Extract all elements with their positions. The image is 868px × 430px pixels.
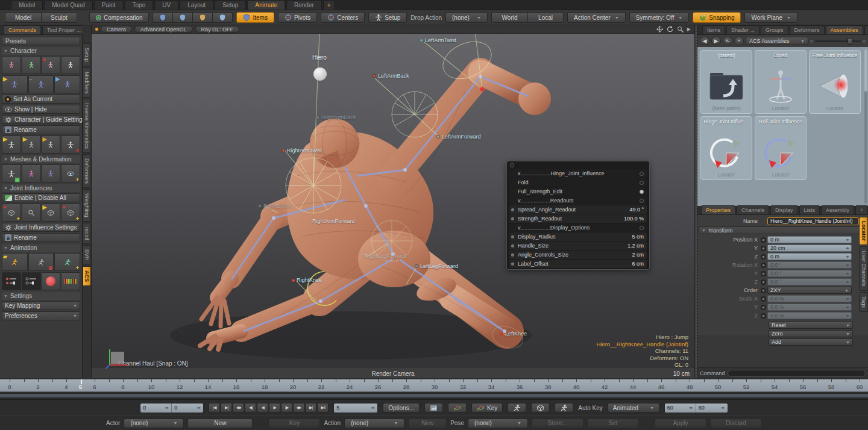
- shading-mode-button[interactable]: Advanced OpenGL: [134, 26, 193, 33]
- discard-pose-button[interactable]: Discard: [710, 419, 762, 428]
- world-button[interactable]: World: [491, 12, 527, 23]
- character-green-icon[interactable]: [22, 56, 41, 74]
- hud-row-fold[interactable]: Fold: [509, 178, 647, 187]
- action-center-dropdown[interactable]: Action Center▼: [567, 12, 626, 23]
- hud-row-vreadouts[interactable]: v....................Readouts: [509, 196, 647, 205]
- step-back-button[interactable]: ◀|: [245, 403, 256, 413]
- play-forward-button[interactable]: ▶: [269, 403, 280, 413]
- rp-tab-assemblies[interactable]: Assemblies: [826, 25, 863, 34]
- transform-value-field[interactable]: 0.0 %◂▸: [767, 295, 852, 302]
- weight-mesh-icon[interactable]: [22, 164, 41, 182]
- frame-number-36[interactable]: 36: [514, 384, 526, 390]
- prev-keyframe-button[interactable]: ◀●: [233, 403, 244, 413]
- frame-number-32[interactable]: 32: [457, 384, 469, 390]
- hud-row-strength-readout[interactable]: Strength_Readout100.0 %: [509, 214, 647, 223]
- frame-number-22[interactable]: 22: [315, 384, 327, 390]
- item-name-field[interactable]: Hiero__RightKnee_Handle (JointInf): [767, 217, 859, 225]
- zoom-icon[interactable]: [677, 26, 684, 33]
- action-dropdown[interactable]: (none)▼: [344, 419, 404, 428]
- hud-row-spread-angle-readout[interactable]: Spread_Angle_Readout49.0 °: [509, 205, 647, 214]
- rp-tab-groups[interactable]: Groups: [761, 25, 788, 34]
- hiero-root-label[interactable]: Hiero: [312, 54, 327, 61]
- frame-number-30[interactable]: 30: [429, 384, 441, 390]
- rp-tab-item[interactable]: +: [864, 25, 868, 34]
- hud-row-vdisplay-options[interactable]: v....................Display_Options: [509, 223, 647, 232]
- joint-handle-dot[interactable]: [373, 74, 376, 78]
- rig-label-leftarmtwist[interactable]: LeftArmTwist: [420, 37, 456, 43]
- character-section-header[interactable]: ▼Character: [2, 47, 80, 55]
- 3d-viewport[interactable]: Camera Advanced OpenGL Ray GL: OFF ▶: [92, 25, 694, 378]
- deform-mesh-icon[interactable]: [42, 164, 61, 182]
- frame-number-48[interactable]: 48: [684, 384, 696, 390]
- order-dropdown[interactable]: ZXY▼: [767, 287, 852, 294]
- channel-slider-icon-1[interactable]: [2, 272, 21, 290]
- up-folder-button[interactable]: ⬑: [723, 37, 732, 45]
- hud-radio-icon[interactable]: [640, 181, 644, 185]
- hud-row-full-strength-edit[interactable]: Full_Strength_Edit: [509, 187, 647, 196]
- rename-joint-button[interactable]: aRename: [2, 233, 80, 242]
- rename-character-button[interactable]: aRename: [2, 125, 80, 134]
- add-animation-icon[interactable]: +: [54, 253, 80, 271]
- frame-number-14[interactable]: 14: [202, 384, 214, 390]
- import-character-icon[interactable]: ▶: [2, 75, 28, 93]
- character-guide-settings-button[interactable]: Character | Guide Settings: [2, 115, 80, 124]
- menu-tab-layout[interactable]: Layout: [180, 0, 213, 10]
- frame-number-24[interactable]: 24: [344, 384, 356, 390]
- prop-tab-assembly[interactable]: Assembly: [821, 205, 854, 214]
- rig-label-leftarmback[interactable]: LeftArmBack: [373, 73, 409, 79]
- hud-radio-icon[interactable]: [640, 199, 644, 203]
- frame-number-50[interactable]: 50: [712, 384, 724, 390]
- menu-tab-model-quad[interactable]: Model Quad: [44, 0, 92, 10]
- rp-tab-items[interactable]: Items: [702, 25, 725, 34]
- hud-radio-icon[interactable]: [640, 190, 644, 194]
- add-dropdown[interactable]: Add▼: [769, 338, 853, 346]
- playback-options-button[interactable]: Options...: [383, 403, 420, 413]
- meshes-section-header[interactable]: ▼Meshes & Deformation: [2, 155, 80, 163]
- pivots-button[interactable]: Pivots: [278, 12, 317, 23]
- level-meter-icon[interactable]: [61, 272, 80, 290]
- frame-number-2[interactable]: 2: [32, 384, 44, 390]
- play-reverse-button[interactable]: ◀: [257, 403, 268, 413]
- side-tab-inverse-kinematics[interactable]: Inverse Kinematics: [83, 99, 91, 153]
- show-hide-button[interactable]: Show | Hide: [2, 105, 80, 114]
- local-button[interactable]: Local: [527, 12, 564, 23]
- add-joint-influence-icon[interactable]: ●+: [2, 204, 21, 222]
- inspect-joint-influence-icon[interactable]: [22, 204, 41, 222]
- current-end-field[interactable]: 60◂▸: [665, 404, 696, 413]
- actor-dropdown[interactable]: (none)▼: [124, 419, 184, 428]
- set-as-current-button[interactable]: Set As Current: [2, 95, 80, 104]
- add-eye-icon[interactable]: +: [61, 164, 80, 182]
- viewport-flyout-icon[interactable]: ▶: [687, 26, 691, 32]
- channel-slider-icon-2[interactable]: [22, 272, 41, 290]
- frame-number-40[interactable]: 40: [570, 384, 582, 390]
- frame-number-20[interactable]: 20: [287, 384, 299, 390]
- snapping-button[interactable]: Snapping: [693, 12, 741, 23]
- preferences-dropdown[interactable]: Preferences▼: [2, 311, 80, 320]
- symmetry-dropdown[interactable]: Symmetry: Off▼: [629, 12, 690, 23]
- left-tab-tool-proper[interactable]: Tool Proper ...: [42, 25, 86, 34]
- command-input[interactable]: [728, 370, 866, 377]
- camera-view-button[interactable]: Camera: [101, 26, 132, 33]
- assembly-card-roll-joint[interactable]: Roll Joint Influence Locator: [755, 116, 807, 180]
- assembly-card-biped[interactable]: Biped Locator: [755, 50, 807, 114]
- menu-tab-paint[interactable]: Paint: [94, 0, 124, 10]
- hud-row-display-radius[interactable]: Display_Radius5 cm: [509, 232, 647, 241]
- transform-section-header[interactable]: ▼Transform: [699, 226, 867, 234]
- menu-tab-uv[interactable]: UV: [154, 0, 178, 10]
- menu-tab-setup[interactable]: Setup: [215, 0, 246, 10]
- frame-number-16[interactable]: 16: [230, 384, 242, 390]
- transform-value-field[interactable]: 0 m◂▸: [767, 236, 852, 243]
- frame-number-8[interactable]: 8: [117, 384, 129, 390]
- elbow-red-dot[interactable]: [480, 87, 485, 92]
- rig-label-rightarmforward[interactable]: RightArmForward: [312, 218, 355, 224]
- export-character-icon[interactable]: ▶: [54, 75, 80, 93]
- hud-row-label-offset[interactable]: Label_Offset6 cm: [509, 260, 647, 268]
- channel-toggle-icon[interactable]: [761, 246, 766, 251]
- current-start-field[interactable]: 0◂▸: [172, 404, 203, 413]
- hud-row-xhinge-joint-influence[interactable]: x....................Hinge_Joint_Influen…: [509, 169, 647, 178]
- hiero-root-sphere[interactable]: [313, 67, 327, 81]
- thumbnail-size-slider[interactable]: [810, 37, 866, 45]
- transform-value-field[interactable]: 0.0 °◂▸: [767, 261, 852, 269]
- curve-edit-button[interactable]: [448, 403, 467, 413]
- reset-dropdown[interactable]: Reset▼: [769, 322, 853, 329]
